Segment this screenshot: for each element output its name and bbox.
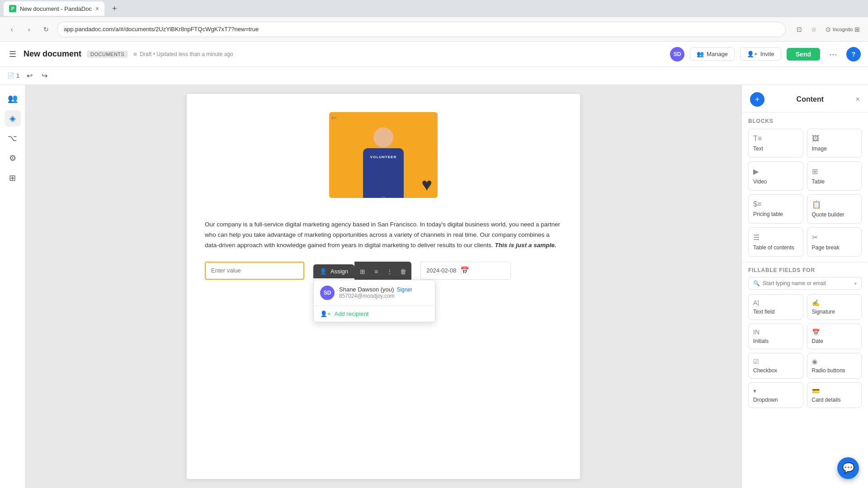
undo-button[interactable]: ↩ bbox=[25, 70, 34, 82]
fillable-radio-buttons[interactable]: ◉ Radio buttons bbox=[807, 353, 862, 379]
pricing-table-label: Pricing table bbox=[753, 211, 783, 217]
fillable-checkbox[interactable]: ☑ Checkbox bbox=[748, 353, 803, 379]
text-block-icon: T≡ bbox=[753, 135, 762, 143]
fillable-search-container: 🔍 ▾ bbox=[748, 277, 862, 290]
block-item-toc[interactable]: ☰ Table of contents bbox=[748, 227, 803, 257]
redo-button[interactable]: ↪ bbox=[40, 70, 49, 82]
block-item-text[interactable]: T≡ Text bbox=[748, 129, 803, 158]
checkbox-icon: ☑ bbox=[753, 358, 759, 365]
block-item-quote-builder[interactable]: 📋 Quote builder bbox=[807, 194, 862, 224]
browser-tab[interactable]: P New document - PandaDoc × bbox=[4, 1, 104, 16]
new-tab-button[interactable]: + bbox=[108, 2, 121, 15]
send-button[interactable]: Send bbox=[787, 48, 820, 61]
block-item-video[interactable]: ▶ Video bbox=[748, 161, 803, 191]
invite-button[interactable]: 👤+ Invite bbox=[740, 47, 781, 61]
chat-icon: 💬 bbox=[842, 462, 854, 474]
tab-close-btn[interactable]: × bbox=[95, 5, 99, 12]
panel-close-button[interactable]: × bbox=[856, 95, 860, 103]
cast-icon[interactable]: ⊡ bbox=[794, 24, 805, 35]
back-button[interactable]: ‹ bbox=[5, 23, 18, 36]
sidebar-shapes-icon[interactable]: ◈ bbox=[5, 110, 21, 127]
pricing-table-icon: $≡ bbox=[753, 200, 761, 208]
manage-button[interactable]: 👥 Manage bbox=[690, 47, 735, 61]
refresh-button[interactable]: ↻ bbox=[40, 23, 52, 36]
people-icon: 👥 bbox=[697, 51, 704, 57]
panel-add-button[interactable]: + bbox=[750, 92, 764, 107]
date-field[interactable]: 2024-02-08 📅 bbox=[420, 262, 511, 280]
text-field-label: Text field bbox=[753, 309, 774, 315]
fillable-grid: A| Text field ✍ Signature IN Initials 📅 … bbox=[748, 294, 862, 408]
extensions-icon[interactable]: ⊞ bbox=[852, 24, 863, 35]
enter-value-input[interactable] bbox=[205, 262, 304, 280]
form-fields-area: 👤 Assign ⊞ ≡ ⋮ 🗑 bbox=[205, 262, 562, 282]
document-page: VOLUNTEER ♥ ✄ ↗ ▷ ▽ bbox=[187, 94, 580, 479]
bookmark-icon[interactable]: ☆ bbox=[808, 24, 819, 35]
sidebar-left: 👥 ◈ ⌥ ⚙ ⊞ bbox=[0, 85, 25, 488]
page-number: 1 bbox=[16, 72, 19, 79]
assign-trash-icon[interactable]: 🗑 bbox=[397, 265, 410, 278]
profile-icon[interactable]: ⊙ bbox=[823, 24, 834, 35]
add-person-icon: 👤+ bbox=[320, 310, 331, 317]
recipient-row: SD Shane Dawson (you) Signer 857024@mood… bbox=[314, 280, 435, 306]
assign-person-icon: 👤 bbox=[320, 268, 327, 275]
add-recipient-button[interactable]: 👤+ Add recipient bbox=[314, 306, 435, 322]
assign-list-icon[interactable]: ≡ bbox=[370, 265, 382, 278]
fillable-label: FILLABLE FIELDS FOR bbox=[748, 267, 862, 273]
app: ☰ New document DOCUMENTS Draft • Updated… bbox=[0, 42, 868, 488]
text-field-icon: A| bbox=[753, 299, 759, 306]
body-text-sample: This is just a sample. bbox=[495, 242, 557, 249]
fillable-date[interactable]: 📅 Date bbox=[807, 324, 862, 349]
tab-favicon: P bbox=[9, 5, 16, 12]
dropdown-label: Dropdown bbox=[753, 397, 778, 403]
document-status: Draft • Updated less than a minute ago bbox=[133, 51, 233, 57]
initials-icon: IN bbox=[753, 328, 760, 336]
document-body-text: Our company is a full-service digital ma… bbox=[205, 220, 562, 251]
video-block-label: Video bbox=[753, 178, 767, 185]
assign-more-icon[interactable]: ⋮ bbox=[383, 265, 396, 278]
quote-builder-label: Quote builder bbox=[812, 211, 844, 218]
fillable-signature[interactable]: ✍ Signature bbox=[807, 294, 862, 320]
block-item-pricing-table[interactable]: $≡ Pricing table bbox=[748, 194, 803, 224]
chat-bubble-button[interactable]: 💬 bbox=[837, 457, 859, 479]
block-item-table[interactable]: ⊞ Table bbox=[807, 161, 862, 191]
checkbox-label: Checkbox bbox=[753, 367, 777, 374]
fillable-initials[interactable]: IN Initials bbox=[748, 324, 803, 349]
dropdown-icon: ▾ bbox=[753, 387, 756, 394]
date-value: 2024-02-08 bbox=[426, 267, 457, 274]
recipient-avatar: SD bbox=[320, 286, 335, 300]
documents-badge: DOCUMENTS bbox=[87, 51, 128, 58]
page-doc-icon: 📄 bbox=[7, 72, 14, 79]
forward-button[interactable]: › bbox=[23, 23, 35, 36]
status-text: Draft • Updated less than a minute ago bbox=[140, 51, 233, 57]
block-item-page-break[interactable]: ✂ Page break bbox=[807, 227, 862, 257]
assign-button[interactable]: 👤 Assign bbox=[313, 264, 354, 278]
main-content: 👥 ◈ ⌥ ⚙ ⊞ VOLUNTEER bbox=[0, 85, 868, 488]
date-fillable-icon: 📅 bbox=[812, 328, 820, 336]
hamburger-menu[interactable]: ☰ bbox=[7, 47, 18, 61]
assign-grid-icon[interactable]: ⊞ bbox=[356, 265, 369, 278]
address-bar[interactable]: app.pandadoc.com/a/#/documents/2UzYiBKr8… bbox=[57, 22, 786, 37]
panel-header: + Content × bbox=[742, 85, 868, 113]
browser-title-bar: P New document - PandaDoc × + bbox=[0, 0, 868, 17]
fillable-card-details[interactable]: 💳 Card details bbox=[807, 382, 862, 408]
sidebar-people-icon[interactable]: 👥 bbox=[5, 90, 21, 107]
help-button[interactable]: ? bbox=[846, 47, 861, 61]
sidebar-grid-icon[interactable]: ⊞ bbox=[5, 170, 21, 186]
block-item-image[interactable]: 🖼 Image bbox=[807, 129, 862, 158]
panel-add-icon: + bbox=[755, 95, 760, 104]
person-add-icon: 👤+ bbox=[747, 51, 758, 57]
fillable-text-field[interactable]: A| Text field bbox=[748, 294, 803, 320]
fillable-fields-section: FILLABLE FIELDS FOR 🔍 ▾ A| Text field ✍ … bbox=[742, 262, 868, 413]
user-avatar[interactable]: SD bbox=[670, 47, 684, 61]
document-area: VOLUNTEER ♥ ✄ ↗ ▷ ▽ bbox=[25, 85, 741, 488]
fillable-dropdown[interactable]: ▾ Dropdown bbox=[748, 382, 803, 408]
sidebar-code-icon[interactable]: ⌥ bbox=[5, 130, 21, 146]
more-options-button[interactable]: ⋯ bbox=[826, 47, 841, 61]
blocks-section: BLOCKS T≡ Text 🖼 Image ▶ Video bbox=[742, 113, 868, 262]
sidebar-integrations-icon[interactable]: ⚙ bbox=[5, 150, 21, 166]
quote-builder-icon: 📋 bbox=[812, 200, 821, 209]
blocks-label: BLOCKS bbox=[748, 118, 862, 124]
toolbar: 📄 1 ↩ ↪ bbox=[0, 67, 868, 85]
fillable-search-input[interactable] bbox=[763, 280, 852, 286]
image-block-icon: 🖼 bbox=[812, 135, 819, 143]
